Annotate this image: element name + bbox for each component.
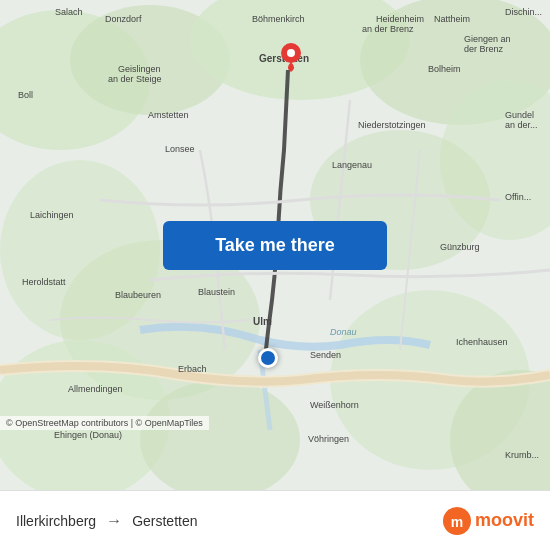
svg-text:Vöhringen: Vöhringen xyxy=(308,434,349,444)
copyright-text: © OpenStreetMap contributors | © OpenMap… xyxy=(0,416,209,430)
svg-text:Boll: Boll xyxy=(18,90,33,100)
svg-text:an der...: an der... xyxy=(505,120,538,130)
svg-text:Krumb...: Krumb... xyxy=(505,450,539,460)
svg-point-50 xyxy=(287,49,295,57)
destination-pin xyxy=(280,42,302,70)
direction-arrow: → xyxy=(106,512,122,530)
svg-text:an der Brenz: an der Brenz xyxy=(362,24,414,34)
svg-text:Amstetten: Amstetten xyxy=(148,110,189,120)
svg-text:Niederstotzingen: Niederstotzingen xyxy=(358,120,426,130)
current-location-dot xyxy=(258,348,278,368)
svg-text:Giengen an: Giengen an xyxy=(464,34,511,44)
svg-text:Nattheim: Nattheim xyxy=(434,14,470,24)
svg-text:m: m xyxy=(451,514,463,530)
svg-text:Bolheim: Bolheim xyxy=(428,64,461,74)
svg-text:Heroldstatt: Heroldstatt xyxy=(22,277,66,287)
svg-text:Ichenhausen: Ichenhausen xyxy=(456,337,508,347)
svg-text:Blaubeuren: Blaubeuren xyxy=(115,290,161,300)
moovit-logo: m moovit xyxy=(443,507,534,535)
svg-text:Ulm: Ulm xyxy=(253,316,272,327)
svg-text:an der Steige: an der Steige xyxy=(108,74,162,84)
svg-text:Senden: Senden xyxy=(310,350,341,360)
svg-text:Laichingen: Laichingen xyxy=(30,210,74,220)
svg-text:der Brenz: der Brenz xyxy=(464,44,504,54)
from-location: Illerkirchberg xyxy=(16,513,96,529)
svg-text:Donzdorf: Donzdorf xyxy=(105,14,142,24)
svg-text:Dischin...: Dischin... xyxy=(505,7,542,17)
svg-text:Böhmenkirch: Böhmenkirch xyxy=(252,14,305,24)
map-container: Gerstetten Donzdorf Geislingen an der St… xyxy=(0,0,550,490)
take-me-there-button[interactable]: Take me there xyxy=(163,221,387,270)
svg-text:Erbach: Erbach xyxy=(178,364,207,374)
to-location: Gerstetten xyxy=(132,513,197,529)
svg-text:Ehingen (Donau): Ehingen (Donau) xyxy=(54,430,122,440)
svg-text:Offin...: Offin... xyxy=(505,192,531,202)
moovit-text: moovit xyxy=(475,510,534,531)
svg-text:Günzburg: Günzburg xyxy=(440,242,480,252)
svg-text:Weißenhorn: Weißenhorn xyxy=(310,400,359,410)
svg-text:Allmendingen: Allmendingen xyxy=(68,384,123,394)
svg-text:Heidenheim: Heidenheim xyxy=(376,14,424,24)
svg-text:Geislingen: Geislingen xyxy=(118,64,161,74)
svg-text:Gundel: Gundel xyxy=(505,110,534,120)
bottom-bar: Illerkirchberg → Gerstetten m moovit xyxy=(0,490,550,550)
svg-text:Donau: Donau xyxy=(330,327,357,337)
svg-text:Salach: Salach xyxy=(55,7,83,17)
moovit-icon: m xyxy=(443,507,471,535)
svg-text:Blaustein: Blaustein xyxy=(198,287,235,297)
svg-text:Langenau: Langenau xyxy=(332,160,372,170)
svg-text:Lonsee: Lonsee xyxy=(165,144,195,154)
